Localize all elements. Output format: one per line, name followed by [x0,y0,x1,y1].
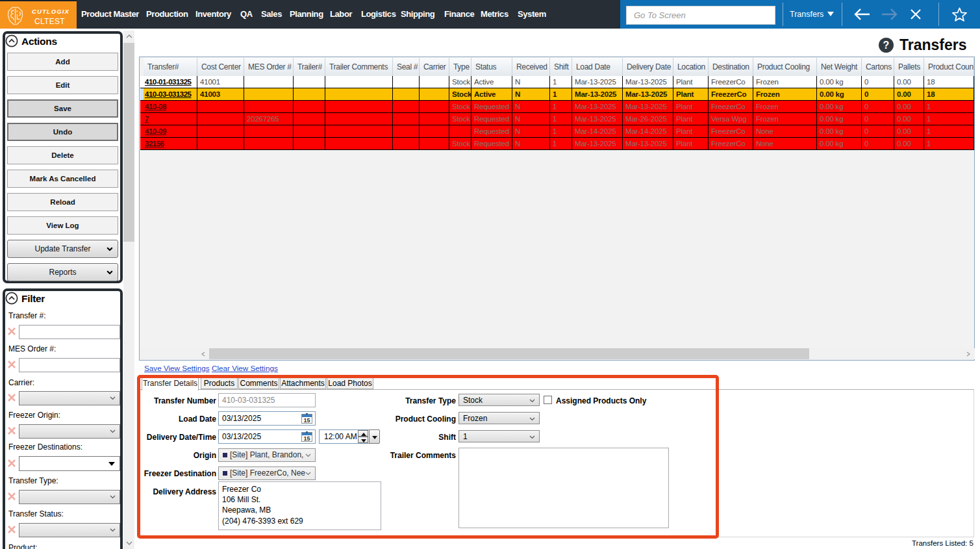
svg-text:?: ? [883,40,890,51]
